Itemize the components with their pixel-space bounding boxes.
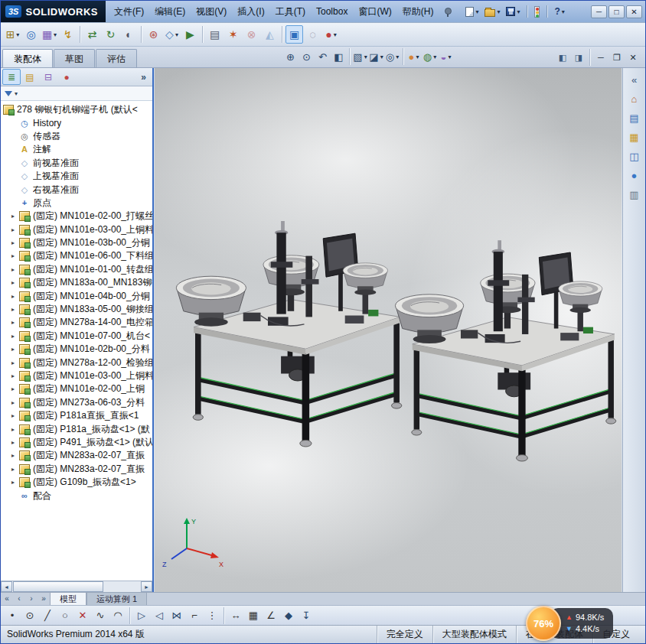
expand-arrow[interactable]	[11, 252, 19, 259]
command-tab[interactable]: 装配体	[2, 49, 53, 67]
net-monitor-overlay[interactable]: 76% ▲ 94.8K/s ▼ 4.4K/s	[526, 606, 613, 641]
solidworks-resources-icon[interactable]: ⌂	[625, 90, 644, 107]
filter-funnel-icon[interactable]	[5, 91, 12, 96]
zoom-to-area-icon[interactable]: ⊙	[299, 48, 315, 65]
tangent-arc-icon[interactable]: ◠	[109, 607, 126, 624]
angle-snap-icon[interactable]: ∠	[263, 607, 279, 624]
tree-item[interactable]: 传感器	[1, 130, 152, 143]
propertymanager-icon[interactable]: ▤	[21, 69, 39, 85]
graphics-area[interactable]: Y X Z	[154, 68, 622, 592]
expand-arrow[interactable]	[11, 266, 19, 273]
tree-item[interactable]: (固定) P181a直振_直振<1	[1, 409, 152, 422]
hide-show-items-icon[interactable]: ◎	[384, 48, 400, 65]
expand-arrow[interactable]	[11, 385, 19, 392]
featuremanager-tree-icon[interactable]: ≣	[2, 69, 21, 85]
tree-item[interactable]: (固定) MN183a-00_MN183铆接	[1, 276, 152, 289]
save-button[interactable]	[504, 5, 522, 18]
expand-arrow[interactable]	[11, 333, 19, 340]
menu-item[interactable]: 帮助(H)	[397, 3, 439, 21]
custom-properties-icon[interactable]: ▥	[625, 186, 644, 203]
zoom-fit-icon[interactable]: ⊕	[282, 48, 299, 65]
smart-fasteners-icon[interactable]: ↯	[59, 25, 77, 44]
expand-arrow[interactable]	[11, 359, 19, 366]
exit-sketch-icon[interactable]: ↧	[298, 607, 315, 624]
menu-item[interactable]: 窗口(W)	[353, 3, 396, 21]
display-style-icon[interactable]: ◪	[368, 48, 384, 65]
menu-item[interactable]: 插入(I)	[232, 3, 269, 21]
tree-item[interactable]: History	[1, 116, 152, 129]
tree-item[interactable]: 配合	[1, 489, 152, 502]
linear-component-pattern-icon[interactable]: ▦	[41, 25, 58, 44]
tree-item[interactable]: (固定) MN101e-07-00_机台<	[1, 330, 152, 343]
reference-geometry-icon[interactable]: ◇	[163, 25, 181, 44]
trim-entities-icon[interactable]: ✕	[74, 607, 91, 624]
grid-snap-icon[interactable]: ▦	[245, 607, 262, 624]
menu-item[interactable]: 视图(V)	[191, 3, 232, 21]
command-tab[interactable]: 草图	[54, 49, 95, 67]
apply-scene-icon[interactable]: ◍	[422, 48, 438, 65]
tree-item[interactable]: 原点	[1, 197, 152, 210]
tree-item[interactable]: (固定) MN101e-04b-00_分铜	[1, 289, 152, 302]
help-button[interactable]: ?	[552, 5, 566, 18]
centerline-icon[interactable]: ∿	[92, 607, 109, 624]
graphics-viewport[interactable]: Y X Z	[154, 68, 622, 592]
new-motion-study-icon[interactable]: ▶	[181, 25, 199, 44]
tree-item[interactable]: (固定) MN101e-02-00_上铜	[1, 382, 152, 395]
tree-horizontal-scrollbar[interactable]: ◄ ►	[1, 581, 152, 592]
expand-arrow[interactable]	[11, 412, 19, 419]
edit-appearance-icon[interactable]: ●	[406, 48, 422, 65]
mate-icon[interactable]: ◎	[22, 25, 40, 44]
expand-arrow[interactable]	[11, 439, 19, 446]
scrollbar-track[interactable]	[104, 581, 141, 592]
polygon-icon[interactable]: ◆	[280, 607, 297, 624]
scroll-first-tab-icon[interactable]: «	[1, 593, 13, 605]
expand-arrow[interactable]	[11, 399, 19, 406]
move-component-icon[interactable]: ⇄	[83, 25, 101, 44]
expand-arrow[interactable]	[11, 346, 19, 353]
sketch-ellipse-icon[interactable]: ○	[57, 607, 73, 624]
sketch-point-icon[interactable]: •	[4, 607, 21, 624]
displaymanager-icon[interactable]: ●	[57, 69, 76, 85]
scroll-next-tab-icon[interactable]: ›	[25, 593, 38, 605]
isolate-icon[interactable]: ◌	[304, 25, 321, 44]
rotate-component-icon[interactable]: ↻	[102, 25, 119, 44]
expand-arrow[interactable]	[11, 466, 19, 473]
show-hidden-components-icon[interactable]: ◐	[120, 25, 138, 44]
menu-item[interactable]: 工具(T)	[270, 3, 311, 21]
panel-expand-chevron[interactable]: »	[136, 72, 151, 83]
bill-of-materials-icon[interactable]: ▤	[206, 25, 223, 44]
view-orientation-icon[interactable]: ▧	[352, 48, 368, 65]
tree-item[interactable]: (固定) MN101e-03-00_上铜料	[1, 369, 152, 382]
assembly-features-icon[interactable]: ⊛	[145, 25, 162, 44]
maximize-button[interactable]: □	[608, 5, 625, 18]
tree-item[interactable]: (固定) P181a_振动盘<1> (默	[1, 422, 152, 435]
appearances-icon[interactable]: ●	[322, 25, 340, 44]
linear-sketch-pattern-icon[interactable]: ⋮	[204, 607, 220, 624]
expand-arrow[interactable]	[11, 319, 19, 326]
tree-item[interactable]: (固定) MN101e-02-00_打螺丝	[1, 210, 152, 223]
tree-item[interactable]: (固定) MN101e-06-00_下料组	[1, 249, 152, 262]
tree-item[interactable]: (固定) MN273a-06-03_分料	[1, 396, 152, 409]
exploded-view-icon[interactable]: ✶	[224, 25, 242, 44]
expand-arrow[interactable]	[11, 239, 19, 246]
section-view-icon[interactable]: ◧	[331, 48, 347, 65]
insert-components-icon[interactable]: ⊞	[4, 25, 21, 44]
tree-item[interactable]: (固定) MN101e-03b-00_分铜	[1, 236, 152, 249]
net-monitor-badge[interactable]: 76%	[526, 606, 561, 641]
design-library-icon[interactable]: ▤	[625, 109, 644, 126]
tree-item[interactable]: (固定) MN283a-02-07_直振	[1, 449, 152, 462]
command-tab[interactable]: 评估	[96, 49, 137, 67]
scrollbar-thumb[interactable]	[13, 581, 103, 592]
doc-minimize-icon[interactable]: ─	[593, 50, 608, 65]
sketch-circle-icon[interactable]: ⊙	[21, 607, 38, 624]
new-document-button[interactable]	[463, 5, 481, 18]
tree-item[interactable]: (固定) MN283a-02-07_直振	[1, 463, 152, 476]
tree-item[interactable]: 注解	[1, 143, 152, 156]
tree-item[interactable]: (固定) G109b_振动盘<1>	[1, 476, 152, 489]
appearances-scenes-icon[interactable]: ●	[625, 167, 644, 184]
expand-arrow[interactable]	[11, 426, 19, 433]
previous-view-icon[interactable]: ↶	[315, 48, 331, 65]
document-tab[interactable]: 模型	[50, 593, 86, 605]
instant3d-icon[interactable]: ◭	[261, 25, 279, 44]
collapse-task-pane-icon[interactable]: «	[625, 71, 644, 88]
